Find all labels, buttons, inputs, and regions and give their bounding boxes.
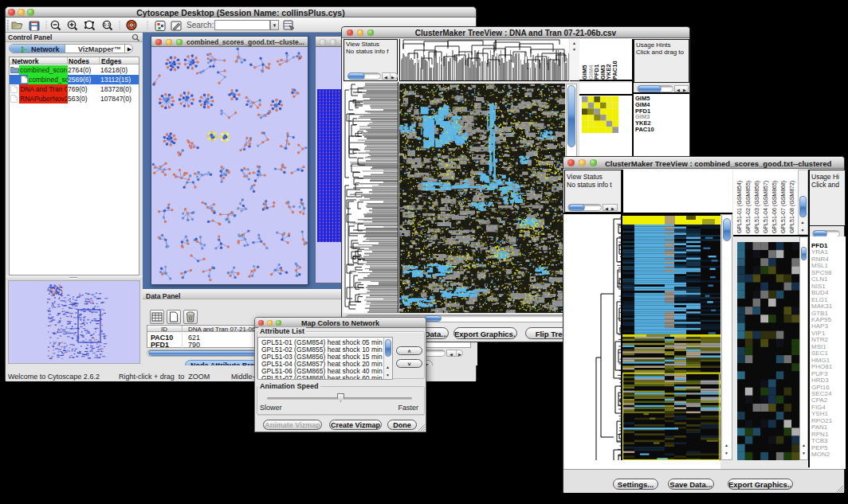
svg-text:GPL51-04 (GSM857): GPL51-04 (GSM857) bbox=[763, 181, 769, 233]
svg-text:GPL51-07 (GSM868): GPL51-07 (GSM868) bbox=[780, 181, 787, 233]
svg-text:GPL51-01 (GSM854): GPL51-01 (GSM854) bbox=[736, 181, 743, 233]
svg-text:GPL51-06 (GSM865): GPL51-06 (GSM865) bbox=[771, 181, 778, 233]
svg-text:PAC10: PAC10 bbox=[611, 61, 618, 80]
svg-text:1:1: 1:1 bbox=[104, 22, 110, 27]
svg-text:GPL51-03 (GSM856): GPL51-03 (GSM856) bbox=[754, 181, 760, 233]
svg-text:GPL51-02 (GSM855): GPL51-02 (GSM855) bbox=[745, 181, 752, 233]
svg-text:GPL51-08 (GSM872): GPL51-08 (GSM872) bbox=[789, 181, 795, 233]
